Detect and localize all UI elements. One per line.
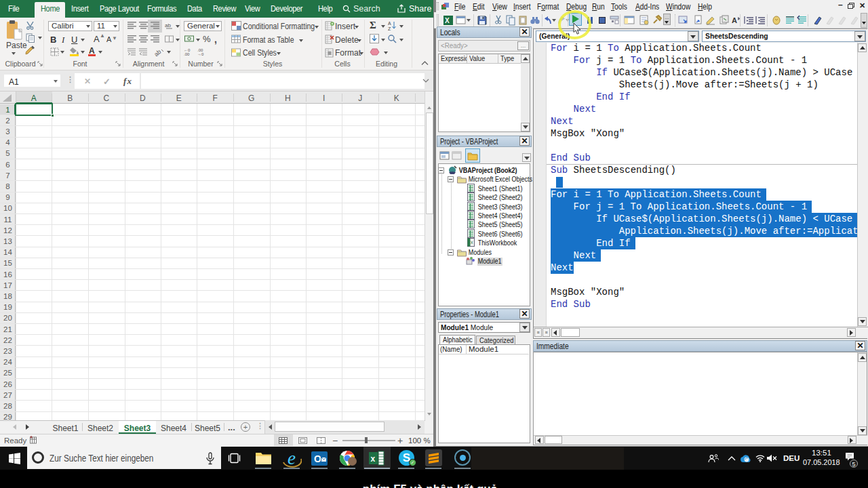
svg-text:→0: →0 bbox=[197, 52, 204, 56]
svg-text:X: X bbox=[445, 17, 450, 24]
svg-text:.00: .00 bbox=[184, 52, 190, 56]
svg-text:x: x bbox=[471, 240, 473, 245]
svg-text:Z: Z bbox=[388, 26, 391, 30]
svg-text:ab: ab bbox=[155, 48, 162, 57]
svg-text:x: x bbox=[371, 454, 376, 464]
svg-text:ab: ab bbox=[165, 22, 171, 28]
svg-text:A: A bbox=[388, 21, 391, 26]
svg-text:A: A bbox=[732, 16, 737, 24]
